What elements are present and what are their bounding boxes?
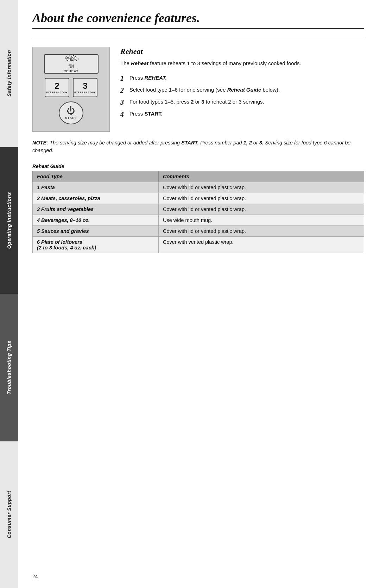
sidebar-section-operating: Operating Instructions [0,147,18,295]
sidebar-section-consumer: Consumer Support [0,441,18,588]
food-type-cell: 5 Sauces and gravies [33,225,159,236]
table-row: 1 PastaCover with lid or vented plastic … [33,182,364,193]
reheat-button-label: REHEAT [64,69,78,73]
note-label: NOTE: [32,140,48,146]
comment-cell: Cover with lid or vented plastic wrap. [158,193,364,204]
comment-cell: Use wide mouth mug. [158,215,364,225]
express-button-3: 3 EXPRESS COOK [73,78,97,97]
step-2-num: 2 [120,86,127,94]
steam-icon: ꧁♨꧂ [64,55,78,62]
step-4-text: Press START. [129,110,364,118]
page-title: About the convenience features. [32,11,364,25]
sidebar-label-safety: Safety Information [6,50,12,97]
reheat-button-display: ꧁♨꧂ 🍽 REHEAT [44,54,99,74]
step-3-text: For food types 1–5, press 2 or 3 to rehe… [129,98,364,106]
comment-cell: Cover with lid or vented plastic wrap. [158,182,364,193]
sidebar-label-consumer: Consumer Support [6,491,12,538]
main-content: About the convenience features. ꧁♨꧂ 🍽 RE… [18,0,380,588]
step-3: 3 For food types 1–5, press 2 or 3 to re… [120,98,364,106]
comment-cell: Cover with vented plastic wrap. [158,236,364,253]
sidebar-label-operating: Operating Instructions [6,192,12,249]
two-column-layout: ꧁♨꧂ 🍽 REHEAT 2 EXPRESS COOK 3 EXPRESS CO… [32,47,364,132]
reheat-guide-table: Food Type Comments 1 PastaCover with lid… [32,171,364,253]
express-buttons-row: 2 EXPRESS COOK 3 EXPRESS COOK [45,78,97,97]
content-divider [32,38,364,38]
col-food-type: Food Type [33,171,159,182]
express-num-2: 2 [55,82,59,90]
control-panel-image: ꧁♨꧂ 🍽 REHEAT 2 EXPRESS COOK 3 EXPRESS CO… [32,47,110,132]
table-row: 4 Beverages, 8–10 oz.Use wide mouth mug. [33,215,364,225]
comment-cell: Cover with lid or vented plastic wrap. [158,204,364,215]
note-text: The serving size may be changed or added… [32,140,350,153]
sidebar-section-safety: Safety Information [0,0,18,147]
col-comments: Comments [158,171,364,182]
table-row: 6 Plate of leftovers(2 to 3 foods, 4 oz.… [33,236,364,253]
food-type-cell: 2 Meats, casseroles, pizza [33,193,159,204]
dish-icon: 🍽 [69,63,74,69]
table-row: 3 Fruits and vegetablesCover with lid or… [33,204,364,215]
step-4-num: 4 [120,110,127,118]
start-button-label: START [65,116,77,120]
food-type-cell: 1 Pasta [33,182,159,193]
intro-text: The Reheat feature reheats 1 to 3 servin… [120,60,364,68]
sidebar: Safety Information Operating Instruction… [0,0,18,588]
step-4: 4 Press START. [120,110,364,118]
start-circle-icon: ⏻ [67,106,75,115]
step-2-text: Select food type 1–6 for one serving (se… [129,86,364,94]
instructions-column: Reheat The Reheat feature reheats 1 to 3… [120,47,364,132]
note-section: NOTE: The serving size may be changed or… [32,139,364,155]
page-number: 24 [18,574,38,579]
comment-cell: Cover with lid or vented plastic wrap. [158,225,364,236]
table-row: 2 Meats, casseroles, pizzaCover with lid… [33,193,364,204]
food-type-cell: 3 Fruits and vegetables [33,204,159,215]
step-1-num: 1 [120,74,127,82]
express-label-3: EXPRESS COOK [74,91,96,94]
step-2: 2 Select food type 1–6 for one serving (… [120,86,364,94]
sidebar-label-troubleshooting: Troubleshooting Tips [6,341,12,395]
intro-text-rest: feature reheats 1 to 3 servings of many … [150,60,301,66]
express-label-2: EXPRESS COOK [46,91,68,94]
table-header-row: Food Type Comments [33,171,364,182]
step-1: 1 Press REHEAT. [120,74,364,82]
reheat-bold-italic: Reheat [131,60,148,66]
guide-title: Reheat Guide [32,163,364,169]
table-row: 5 Sauces and graviesCover with lid or ve… [33,225,364,236]
start-button-display: ⏻ START [59,101,83,124]
step-3-num: 3 [120,98,127,106]
step-1-text: Press REHEAT. [129,74,364,82]
sidebar-section-troubleshooting: Troubleshooting Tips [0,294,18,441]
express-button-2: 2 EXPRESS COOK [45,78,69,97]
food-type-cell: 4 Beverages, 8–10 oz. [33,215,159,225]
food-type-cell: 6 Plate of leftovers(2 to 3 foods, 4 oz.… [33,236,159,253]
title-divider [32,28,364,29]
reheat-guide-section: Reheat Guide Food Type Comments 1 PastaC… [32,163,364,253]
express-num-3: 3 [83,82,87,90]
reheat-title: Reheat [120,47,364,56]
